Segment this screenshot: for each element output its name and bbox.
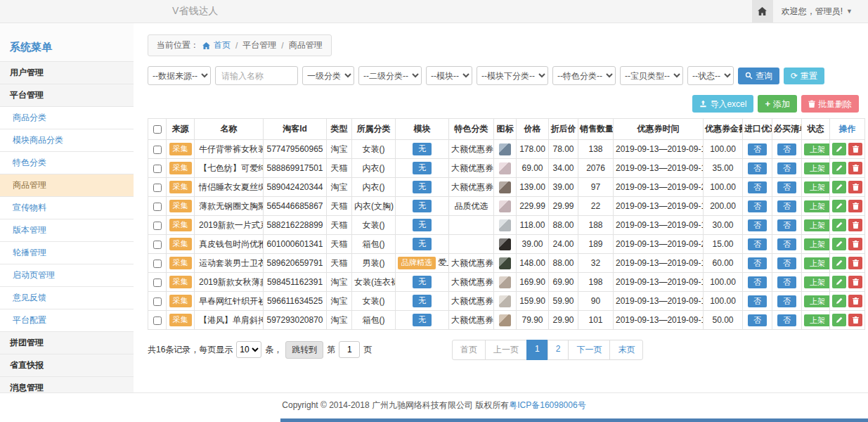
must-buy-toggle[interactable]: 否 [777,276,796,288]
sidebar-item[interactable]: 平台管理 [0,84,134,106]
row-checkbox[interactable] [153,298,162,306]
status-button[interactable]: 上架 [804,238,830,250]
reset-button[interactable]: ⟳重置 [784,68,824,84]
import-select-toggle[interactable]: 否 [748,162,767,174]
edit-button[interactable] [832,314,846,326]
must-buy-toggle[interactable]: 否 [777,200,796,212]
edit-button[interactable] [832,162,846,174]
edit-button[interactable] [832,181,846,193]
module-subcategory-select[interactable]: --模块下分类-- [477,66,548,85]
status-button[interactable]: 上架 [804,143,830,155]
sidebar-subitem[interactable]: 宣传物料 [0,196,134,219]
import-select-toggle[interactable]: 否 [748,276,767,288]
import-select-toggle[interactable]: 否 [748,219,767,231]
import-select-toggle[interactable]: 否 [748,314,767,326]
status-button[interactable]: 上架 [804,162,830,174]
edit-button[interactable] [832,143,846,155]
import-excel-button[interactable]: 导入excel [692,95,753,113]
must-buy-toggle[interactable]: 否 [777,238,796,250]
sidebar-subitem[interactable]: 意见反馈 [0,286,134,309]
import-select-toggle[interactable]: 否 [748,238,767,250]
jump-button[interactable]: 跳转到 [285,341,323,359]
import-select-toggle[interactable]: 否 [748,143,767,155]
must-buy-toggle[interactable]: 否 [777,257,796,269]
data-source-select[interactable]: --数据来源-- [148,66,211,85]
item-type-select[interactable]: --宝贝类型-- [620,66,683,85]
sidebar-subitem[interactable]: 启动页管理 [0,264,134,286]
delete-button[interactable] [848,219,862,231]
delete-button[interactable] [848,181,862,193]
delete-button[interactable] [848,143,862,155]
pager-button-4[interactable]: 下一页 [568,340,610,360]
icp-link[interactable]: 粤ICP备16098006号 [509,400,585,410]
sidebar-subitem[interactable]: 模块商品分类 [0,129,134,151]
row-checkbox[interactable] [153,222,162,230]
page-size-select[interactable]: 10 [236,341,261,358]
module-select[interactable]: --模块-- [426,66,472,85]
status-button[interactable]: 上架 [804,295,830,307]
row-checkbox[interactable] [153,165,162,173]
edit-button[interactable] [832,238,846,250]
delete-button[interactable] [848,257,862,269]
add-button[interactable]: + 添加 [758,95,797,113]
breadcrumb-home-link[interactable]: 首页 [214,39,231,51]
row-checkbox[interactable] [153,279,162,287]
sidebar-item[interactable]: 省直快报 [0,354,134,376]
jump-page-input[interactable] [339,341,360,358]
edit-button[interactable] [832,295,846,307]
must-buy-toggle[interactable]: 否 [777,181,796,193]
import-select-toggle[interactable]: 否 [748,181,767,193]
status-button[interactable]: 上架 [804,181,830,193]
must-buy-toggle[interactable]: 否 [777,219,796,231]
horizontal-scrollbar[interactable] [280,418,868,422]
row-checkbox[interactable] [153,184,162,192]
status-button[interactable]: 上架 [804,219,830,231]
row-checkbox[interactable] [153,203,162,211]
search-button[interactable]: 查询 [738,68,779,84]
home-icon[interactable] [752,0,773,23]
edit-button[interactable] [832,257,846,269]
delete-button[interactable] [848,295,862,307]
batch-delete-button[interactable]: 批量删除 [801,95,859,113]
pager-button-2[interactable]: 1 [526,340,548,360]
import-select-toggle[interactable]: 否 [748,200,767,212]
sidebar-item[interactable]: 用户管理 [0,61,134,84]
row-checkbox[interactable] [153,316,162,325]
sidebar-subitem[interactable]: 特色分类 [0,151,134,174]
import-select-toggle[interactable]: 否 [748,295,767,307]
status-select[interactable]: --状态-- [687,66,734,85]
edit-button[interactable] [832,276,846,288]
level1-category-select[interactable]: 一级分类 [302,66,354,85]
delete-button[interactable] [848,238,862,250]
must-buy-toggle[interactable]: 否 [777,162,796,174]
must-buy-toggle[interactable]: 否 [777,295,796,307]
sidebar-subitem[interactable]: 商品分类 [0,106,134,129]
delete-button[interactable] [848,314,862,326]
row-checkbox[interactable] [153,260,162,268]
status-button[interactable]: 上架 [804,257,830,269]
level2-category-select[interactable]: --二级分类-- [358,66,422,85]
status-button[interactable]: 上架 [804,276,830,288]
edit-button[interactable] [832,200,846,212]
pager-button-3[interactable]: 2 [548,340,569,360]
sidebar-item[interactable]: 拼团管理 [0,331,134,354]
pager-button-5[interactable]: 末页 [609,340,643,360]
sidebar-subitem[interactable]: 平台配置 [0,309,134,331]
user-menu[interactable]: 欢迎您，管理员! ▼ [773,0,868,23]
delete-button[interactable] [848,162,862,174]
delete-button[interactable] [848,276,862,288]
row-checkbox[interactable] [153,146,162,154]
import-select-toggle[interactable]: 否 [748,257,767,269]
name-search-input[interactable] [215,66,298,85]
delete-button[interactable] [848,200,862,212]
sidebar-subitem-active[interactable]: 商品管理 [0,174,134,196]
status-button[interactable]: 上架 [804,200,830,212]
must-buy-toggle[interactable]: 否 [777,143,796,155]
must-buy-toggle[interactable]: 否 [777,314,796,326]
feature-category-select[interactable]: --特色分类-- [552,66,616,85]
edit-button[interactable] [832,219,846,231]
sidebar-subitem[interactable]: 版本管理 [0,219,134,241]
sidebar-subitem[interactable]: 轮播管理 [0,241,134,264]
select-all-checkbox[interactable] [153,125,162,134]
row-checkbox[interactable] [153,241,162,249]
